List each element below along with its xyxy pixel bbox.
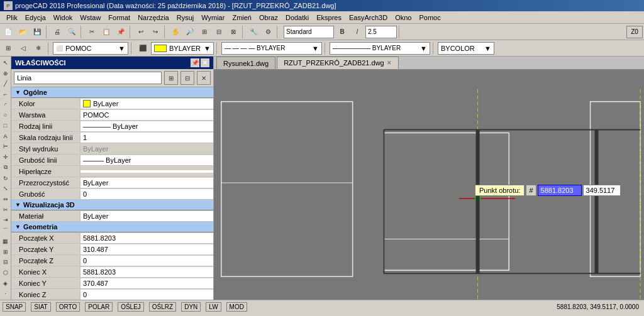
tb-copy[interactable]: 📋	[99, 25, 113, 39]
tb-zoom-all[interactable]: ⊞	[197, 25, 211, 39]
props-btn-2[interactable]: ⊟	[180, 71, 194, 85]
rotation-y-input[interactable]: 349.5117	[583, 185, 621, 196]
prop-skala-linii-value[interactable]: 1	[80, 133, 213, 143]
prop-kon-z-value[interactable]: 0	[80, 290, 213, 300]
entity-type-dropdown[interactable]: Linia	[14, 72, 162, 84]
menu-wstaw[interactable]: Wstaw	[76, 13, 104, 23]
menu-wymiar[interactable]: Wymiar	[197, 13, 228, 23]
section-wiz3d[interactable]: ▼ Wizualizacja 3D	[11, 200, 213, 210]
menu-zmien[interactable]: Zmień	[228, 13, 255, 23]
lt-copy2[interactable]: ⧉	[1, 163, 11, 173]
lt-3d[interactable]: ⬡	[1, 268, 11, 278]
menu-plik[interactable]: Plik	[3, 13, 21, 23]
prop-kolor-value[interactable]: ByLayer	[80, 99, 213, 109]
text-style-dropdown[interactable]: Standard	[284, 26, 334, 38]
tb-paste[interactable]: 📌	[114, 25, 128, 39]
lt-snap[interactable]: ⊕	[1, 68, 11, 79]
tb-bold[interactable]: B	[335, 25, 349, 39]
prop-material-value[interactable]: ByLayer	[80, 211, 213, 221]
lt-text[interactable]: A	[1, 131, 11, 141]
menu-okno[interactable]: Okno	[391, 13, 415, 23]
prop-pocz-x-value[interactable]: 5881.8203	[80, 233, 213, 243]
lt-hatch[interactable]: ▦	[1, 236, 11, 246]
status-snap[interactable]: SNAP	[3, 302, 26, 312]
lt-arc[interactable]: ◜	[1, 100, 11, 110]
section-ogolne[interactable]: ▼ Ogólne	[11, 87, 213, 98]
tb-preview[interactable]: 🔍	[65, 25, 79, 39]
status-siat[interactable]: SIAT	[31, 302, 50, 312]
prop-pocz-z-value[interactable]: 0	[80, 256, 213, 266]
lt-scale[interactable]: ⤡	[1, 183, 11, 193]
status-orto[interactable]: ORTO	[56, 302, 80, 312]
lt-xref[interactable]: ⊟	[1, 257, 11, 267]
tb-pan[interactable]: ✋	[169, 25, 182, 39]
lt-dim[interactable]: ⊢	[1, 142, 11, 152]
tb-zoom-win[interactable]: ⊟	[212, 25, 226, 39]
tb-layer-manager[interactable]: ⊞	[1, 41, 15, 55]
lt-insert[interactable]: ⊞	[1, 247, 11, 257]
lt-rotate[interactable]: ↻	[1, 173, 11, 183]
section-geometria[interactable]: ▼ Geometria	[11, 222, 213, 232]
prop-pocz-y-value[interactable]: 310.487	[80, 244, 213, 254]
prop-przezr-value[interactable]: ByLayer	[80, 178, 213, 188]
tb-color-picker[interactable]: ⬛	[136, 41, 150, 55]
lt-fillet[interactable]: ⌒	[1, 226, 11, 236]
color-dropdown[interactable]: BYLAYER ▼	[151, 42, 214, 55]
tb-cut[interactable]: ✂	[85, 25, 99, 39]
lt-trim[interactable]: ✂	[1, 205, 11, 215]
canvas-area[interactable]: Punkt obrotu: # 5881.8203 349.5117	[214, 70, 644, 300]
rotation-x-input[interactable]: 5881.8203	[538, 185, 582, 196]
props-close-btn[interactable]: ✕	[201, 58, 209, 67]
layer-dropdown[interactable]: ⬜ POMOC ▼	[53, 42, 128, 55]
tb-freeze-thaw[interactable]: ❄	[31, 41, 45, 55]
tb-open[interactable]: 📂	[16, 25, 30, 39]
lt-mirror[interactable]: ⇔	[1, 194, 11, 204]
text-height-input[interactable]: 2.5	[365, 26, 397, 38]
lt-extend[interactable]: ⇥	[1, 215, 11, 226]
lineweight-dropdown[interactable]: —————— BYLAYER ▼	[330, 42, 430, 55]
tb-properties[interactable]: 🔧	[247, 25, 260, 39]
menu-narzedzia[interactable]: Narzędzia	[134, 13, 173, 23]
lt-render[interactable]: ◈	[1, 278, 11, 288]
status-dyn[interactable]: DYN	[181, 302, 201, 312]
menu-ekspres[interactable]: Ekspres	[313, 13, 345, 23]
lt-rect[interactable]: □	[1, 121, 11, 131]
status-lw[interactable]: LW	[206, 302, 221, 312]
tb-print[interactable]: 🖨	[50, 25, 64, 39]
menu-pomoc[interactable]: Pomoc	[415, 13, 444, 23]
status-mod[interactable]: MOD	[226, 302, 247, 312]
status-polar[interactable]: POLAR	[85, 302, 113, 312]
status-oslej[interactable]: OŚLEJ	[118, 302, 144, 312]
prop-kon-y-value[interactable]: 370.487	[80, 278, 213, 288]
tab-rzut[interactable]: RZUT_PRZEKRÓ_ZADB21.dwg ✕	[277, 57, 399, 69]
lt-point[interactable]: ·	[1, 288, 11, 298]
tb-italic[interactable]: I	[350, 25, 364, 39]
prop-hiperłącze-value[interactable]	[80, 170, 213, 173]
menu-dodatki[interactable]: Dodatki	[282, 13, 313, 23]
plotstyle-dropdown[interactable]: BYCOLOR ▼	[438, 42, 494, 55]
prop-rodzaj-linii-value[interactable]: ———— ByLayer	[80, 121, 213, 131]
lt-line[interactable]: ╱	[1, 79, 11, 89]
tab-rysunek1[interactable]: Rysunek1.dwg	[216, 57, 275, 69]
menu-format[interactable]: Format	[104, 13, 134, 23]
prop-grub-linii-value[interactable]: ——— ByLayer	[80, 155, 213, 165]
menu-obraz[interactable]: Obraz	[255, 13, 282, 23]
menu-rysuj[interactable]: Rysuj	[173, 13, 198, 23]
lt-select[interactable]: ↖	[1, 58, 11, 68]
tb-layer-prev[interactable]: ◁	[16, 41, 30, 55]
linetype-dropdown[interactable]: — — — — BYLAYER ▼	[221, 42, 322, 55]
tb-match[interactable]: ⚙	[261, 25, 275, 39]
lt-move[interactable]: ✛	[1, 152, 11, 162]
props-btn-1[interactable]: ⊞	[164, 71, 178, 85]
prop-kon-x-value[interactable]: 5881.8203	[80, 267, 213, 277]
tab-rzut-close[interactable]: ✕	[387, 60, 392, 66]
menu-easyarch3d[interactable]: EasyArch3D	[345, 13, 391, 23]
lt-polyline[interactable]: ⌐	[1, 89, 11, 99]
props-btn-3[interactable]: ✕	[197, 71, 211, 85]
tb-zoom-prev[interactable]: ⊠	[226, 25, 240, 39]
tb-zoom[interactable]: 🔎	[183, 25, 197, 39]
prop-warstwa-value[interactable]: POMOC	[80, 110, 213, 120]
tb-save[interactable]: 💾	[30, 25, 44, 39]
menu-widok[interactable]: Widok	[50, 13, 77, 23]
status-oslrz[interactable]: OŚLRZ	[149, 302, 176, 312]
